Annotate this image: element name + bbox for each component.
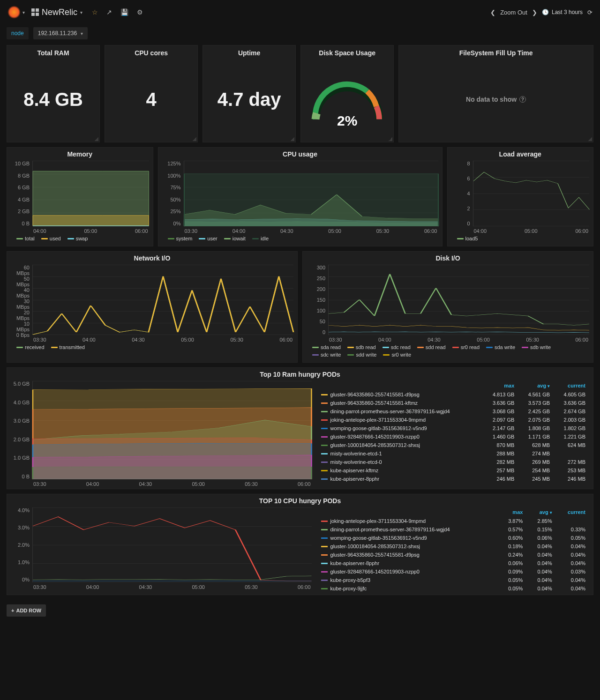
- legend-row[interactable]: joking-antelope-plex-3711553304-9mpmd3.8…: [317, 517, 589, 525]
- legend-row[interactable]: kube-apiserver-kftmz257 MB254 MB253 MB: [317, 466, 589, 475]
- legend-row[interactable]: gluster-964335860-2557415581-kftmz3.636 …: [317, 399, 589, 407]
- panel-network-io[interactable]: Network I/O60 MBps50 MBps40 MBps30 MBps2…: [7, 251, 298, 363]
- legend-row[interactable]: gluster-1000184054-2853507312-shxsj870 M…: [317, 441, 589, 449]
- axis-tick: 8 GB: [11, 173, 30, 179]
- legend-item[interactable]: idle: [252, 236, 269, 241]
- panel-disk-usage[interactable]: Disk Space Usage 2%: [300, 45, 394, 142]
- clock-icon: 🕓: [542, 9, 549, 15]
- grafana-logo-icon: [8, 6, 21, 19]
- legend-item[interactable]: sr0 read: [452, 344, 480, 350]
- share-icon[interactable]: ↗: [106, 8, 112, 16]
- panel-fs-fillup[interactable]: FileSystem Fill Up Time No data to show …: [398, 45, 593, 142]
- legend-item[interactable]: user: [199, 236, 217, 241]
- col-current[interactable]: current: [554, 381, 589, 390]
- legend-item[interactable]: sda write: [486, 344, 515, 350]
- axis-tick: 06:00: [575, 228, 588, 234]
- grafana-menu[interactable]: ▾: [8, 6, 25, 19]
- panel-cpu-usage[interactable]: CPU usage125%100%75%50%25%0%03:3004:0004…: [158, 147, 442, 246]
- axis-tick: 4 GB: [11, 197, 30, 202]
- resize-handle-icon[interactable]: [95, 137, 98, 141]
- legend-row[interactable]: gluster-928487666-1452019903-nzpp00.09%0…: [317, 567, 589, 576]
- axis-tick: 04:30: [428, 337, 441, 343]
- panel-ram-pods[interactable]: Top 10 Ram hungry PODs5.0 GB4.0 GB3.0 GB…: [7, 367, 593, 489]
- axis-tick: 2.0%: [11, 542, 30, 548]
- legend-row[interactable]: gluster-964335860-2557415581-d9psg0.24%0…: [317, 551, 589, 559]
- panel-total-ram[interactable]: Total RAM 8.4 GB: [7, 45, 100, 142]
- legend-item[interactable]: sdb read: [347, 344, 376, 350]
- legend-row[interactable]: misty-wolverine-etcd-0282 MB269 MB272 MB: [317, 458, 589, 466]
- axis-tick: 06:00: [575, 337, 588, 343]
- axis-tick: 06:00: [424, 228, 437, 234]
- time-back-button[interactable]: ❮: [490, 9, 495, 16]
- add-row-button[interactable]: + ADD ROW: [7, 604, 46, 617]
- legend-row[interactable]: gluster-964335860-2557415581-d9psg4.813 …: [317, 390, 589, 399]
- panel-cpu-pods[interactable]: TOP 10 CPU hungry PODs4.0%3.0%2.0%1.0%0%…: [7, 494, 593, 595]
- legend-item[interactable]: used: [41, 236, 61, 241]
- legend-row[interactable]: womping-goose-gitlab-3515636912-v5nd92.1…: [317, 424, 589, 432]
- legend-item[interactable]: iowait: [224, 236, 246, 241]
- time-forward-button[interactable]: ❯: [532, 9, 537, 16]
- legend-item[interactable]: received: [16, 344, 45, 350]
- axis-tick: 05:00: [84, 228, 97, 234]
- col-max[interactable]: max: [497, 507, 526, 517]
- save-icon[interactable]: 💾: [120, 8, 128, 16]
- legend-row[interactable]: kube-proxy-b5pf30.05%0.04%0.04%: [317, 576, 589, 584]
- help-icon[interactable]: ?: [519, 96, 526, 103]
- legend-row[interactable]: dining-parrot-prometheus-server-36789791…: [317, 407, 589, 416]
- resize-handle-icon[interactable]: [193, 137, 196, 141]
- legend-item[interactable]: swap: [68, 236, 88, 241]
- legend-item[interactable]: load5: [457, 236, 478, 241]
- panel-memory[interactable]: Memory10 GB8 GB6 GB4 GB2 GB0 B04:0005:00…: [7, 147, 153, 246]
- col-max[interactable]: max: [483, 381, 518, 390]
- chart-legend: load5: [451, 234, 590, 244]
- resize-handle-icon[interactable]: [588, 137, 592, 141]
- zoom-out-button[interactable]: Zoom Out: [500, 9, 527, 16]
- dashboard-picker[interactable]: NewRelic ▾: [31, 7, 82, 17]
- legend-item[interactable]: sdb write: [522, 344, 551, 350]
- legend-row[interactable]: gluster-1000184054-2853507312-shxsj0.18%…: [317, 542, 589, 551]
- legend-item[interactable]: sdc write: [312, 352, 341, 357]
- axis-tick: 04:00: [33, 228, 46, 234]
- legend-row[interactable]: joking-antelope-plex-3711553304-9mpmd2.0…: [317, 416, 589, 424]
- col-current[interactable]: current: [556, 507, 589, 517]
- variable-node-picker[interactable]: 192.168.11.236 ▾: [33, 27, 88, 39]
- col-avg[interactable]: avg ▾: [526, 507, 555, 517]
- axis-tick: 30 MBps: [11, 298, 30, 310]
- panel-uptime[interactable]: Uptime 4.7 day: [202, 45, 296, 142]
- legend-item[interactable]: total: [16, 236, 35, 241]
- resize-handle-icon[interactable]: [389, 137, 392, 141]
- time-range-picker[interactable]: 🕓 Last 3 hours: [542, 9, 583, 15]
- legend-row[interactable]: kube-apiserver-8pphr246 MB245 MB246 MB: [317, 475, 589, 483]
- legend-row[interactable]: kube-proxy-9jjfc0.05%0.04%0.04%: [317, 584, 589, 593]
- axis-tick: 20 MBps: [11, 310, 30, 321]
- star-icon[interactable]: ☆: [92, 8, 98, 16]
- axis-tick: 25%: [162, 209, 181, 214]
- axis-tick: 1.0 GB: [11, 455, 30, 461]
- panel-title: CPU usage: [162, 148, 438, 161]
- axis-tick: 100%: [162, 173, 181, 179]
- legend-item[interactable]: sdc read: [382, 344, 411, 350]
- col-avg[interactable]: avg ▾: [518, 381, 554, 390]
- panel-load-average[interactable]: Load average8642004:0005:0006:00load5: [447, 147, 594, 246]
- legend-item[interactable]: sdd write: [347, 352, 376, 357]
- legend-item[interactable]: system: [168, 236, 193, 241]
- panel-cpu-cores[interactable]: CPU cores 4: [105, 45, 198, 142]
- resize-handle-icon[interactable]: [291, 137, 294, 141]
- add-row-label: ADD ROW: [16, 608, 41, 613]
- legend-item[interactable]: sda read: [312, 344, 341, 350]
- legend-row[interactable]: kube-apiserver-8pphr0.06%0.04%0.04%: [317, 559, 589, 567]
- axis-tick: 06:00: [298, 584, 311, 590]
- refresh-icon[interactable]: ⟳: [587, 9, 592, 16]
- variable-node-value: 192.168.11.236: [38, 30, 77, 37]
- legend-row[interactable]: misty-wolverine-etcd-1288 MB274 MB: [317, 449, 589, 458]
- legend-row[interactable]: dining-parrot-prometheus-server-36789791…: [317, 525, 589, 534]
- panel-disk-io[interactable]: Disk I/O30025020015010050003:3004:0004:3…: [302, 251, 593, 363]
- chart-legend: receivedtransmitted: [11, 343, 293, 353]
- legend-row[interactable]: gluster-928487666-1452019903-nzpp01.460 …: [317, 432, 589, 441]
- legend-item[interactable]: transmitted: [51, 344, 85, 350]
- legend-row[interactable]: womping-goose-gitlab-3515636912-v5nd90.6…: [317, 534, 589, 542]
- axis-tick: 0%: [162, 221, 181, 226]
- legend-item[interactable]: sr0 write: [383, 352, 411, 357]
- settings-gear-icon[interactable]: ⚙: [137, 8, 143, 16]
- legend-item[interactable]: sdd read: [417, 344, 446, 350]
